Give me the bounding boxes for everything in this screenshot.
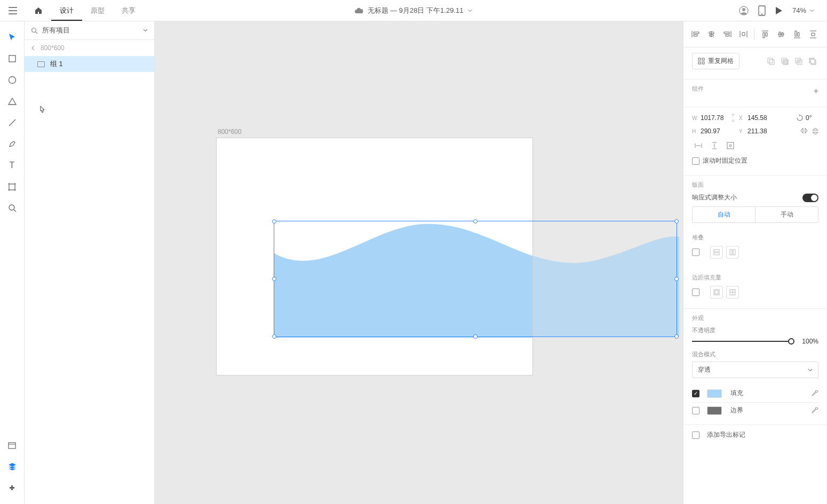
profile-icon[interactable] xyxy=(739,6,749,15)
svg-point-5 xyxy=(9,77,15,84)
opacity-slider[interactable] xyxy=(692,341,791,342)
rotation-value: 0° xyxy=(806,114,818,122)
layers-panel-icon[interactable] xyxy=(0,456,25,477)
padding-separate-icon[interactable] xyxy=(726,286,739,299)
svg-point-9 xyxy=(32,28,36,32)
svg-rect-26 xyxy=(714,250,719,252)
layer-item-group1[interactable]: 组 1 xyxy=(25,56,154,72)
opacity-value[interactable]: 100% xyxy=(802,338,818,345)
menu-icon[interactable] xyxy=(0,0,26,21)
device-icon[interactable] xyxy=(758,5,766,16)
fill-checkbox[interactable]: ✓ xyxy=(692,390,699,397)
assets-panel-icon[interactable] xyxy=(0,435,25,456)
export-checkbox[interactable] xyxy=(692,431,699,439)
eyedropper-icon[interactable] xyxy=(811,407,818,414)
appearance-label: 外观 xyxy=(692,314,818,322)
constraint-height-icon[interactable] xyxy=(708,139,721,152)
toolbar-bottom xyxy=(0,435,25,499)
fill-swatch[interactable] xyxy=(707,389,722,398)
text-tool[interactable]: T xyxy=(0,155,25,176)
align-vcenter-icon[interactable] xyxy=(774,27,789,42)
blend-mode-select[interactable]: 穿透 xyxy=(692,362,818,378)
fix-scroll-checkbox[interactable] xyxy=(692,157,699,165)
constraint-width-icon[interactable] xyxy=(692,139,705,152)
link-wh-icon[interactable] xyxy=(730,113,736,123)
eyedropper-icon[interactable] xyxy=(811,390,818,397)
tab-share[interactable]: 共享 xyxy=(113,0,144,21)
layout-label: 版面 xyxy=(692,181,818,189)
select-tool[interactable] xyxy=(0,27,25,48)
flip-v-icon[interactable] xyxy=(812,127,818,135)
align-hgap-icon[interactable] xyxy=(736,27,751,42)
boolean-exclude-icon[interactable] xyxy=(807,55,818,67)
tab-design[interactable]: 设计 xyxy=(51,0,82,21)
wave-shape[interactable] xyxy=(274,221,533,338)
chevron-down-icon xyxy=(143,29,148,32)
document-title[interactable]: 无标题 — 9月28日 下午1.29.11 xyxy=(355,6,473,15)
canvas[interactable]: 800*600 xyxy=(155,21,683,504)
tab-prototype[interactable]: 原型 xyxy=(82,0,113,21)
x-input[interactable]: 145.58 xyxy=(748,114,774,122)
polygon-tool[interactable] xyxy=(0,91,25,112)
zoom-tool[interactable] xyxy=(0,197,25,219)
artboard-tool[interactable] xyxy=(0,176,25,197)
boolean-subtract-icon[interactable] xyxy=(779,55,791,67)
svg-rect-23 xyxy=(811,60,814,63)
search-icon xyxy=(31,27,38,34)
pen-tool[interactable] xyxy=(0,133,25,155)
rotate-icon xyxy=(796,114,804,122)
align-hcenter-icon[interactable] xyxy=(704,27,719,42)
artboard-label[interactable]: 800*600 xyxy=(218,128,242,135)
svg-rect-29 xyxy=(733,250,735,255)
ellipse-tool[interactable] xyxy=(0,69,25,91)
align-right-icon[interactable] xyxy=(720,27,735,42)
svg-rect-24 xyxy=(727,142,734,149)
border-swatch[interactable] xyxy=(707,406,722,415)
resize-manual-button[interactable]: 手动 xyxy=(755,207,818,222)
folder-icon xyxy=(37,61,45,67)
plugins-panel-icon[interactable] xyxy=(0,477,25,499)
svg-rect-13 xyxy=(702,62,704,64)
constraint-both-icon[interactable] xyxy=(724,139,737,152)
width-input[interactable]: 1017.78 xyxy=(701,114,727,122)
repeat-grid-label: 重复网格 xyxy=(708,57,734,66)
repeat-grid-button[interactable]: 重复网格 xyxy=(692,53,739,69)
align-bottom-icon[interactable] xyxy=(790,27,805,42)
chevron-down-icon xyxy=(808,369,813,372)
line-tool[interactable] xyxy=(0,112,25,133)
align-left-icon[interactable] xyxy=(688,27,703,42)
svg-rect-11 xyxy=(702,58,704,60)
y-input[interactable]: 211.38 xyxy=(748,127,774,135)
artboard[interactable] xyxy=(216,138,533,375)
topbar-right: 74% xyxy=(739,5,827,16)
height-input[interactable]: 290.97 xyxy=(701,127,727,135)
rotation-input[interactable]: 0° xyxy=(796,114,818,122)
rectangle-tool[interactable] xyxy=(0,48,25,69)
svg-rect-20 xyxy=(797,60,800,63)
boolean-intersect-icon[interactable] xyxy=(793,55,805,67)
home-icon[interactable] xyxy=(26,0,51,21)
play-icon[interactable] xyxy=(775,6,783,15)
align-vgap-icon[interactable] xyxy=(806,27,821,42)
zoom-value: 74% xyxy=(792,6,806,14)
resize-auto-button[interactable]: 自动 xyxy=(693,207,755,222)
responsive-toggle[interactable] xyxy=(802,194,818,202)
resize-mode-segment[interactable]: 自动 手动 xyxy=(692,206,818,223)
stack-h-icon[interactable] xyxy=(726,246,739,259)
stack-v-icon[interactable] xyxy=(710,246,723,259)
add-component-button[interactable]: + xyxy=(814,86,818,96)
padding-checkbox[interactable] xyxy=(692,289,699,296)
layer-breadcrumb[interactable]: 800*600 xyxy=(25,40,154,56)
align-top-icon[interactable] xyxy=(758,27,773,42)
border-checkbox[interactable] xyxy=(692,407,699,414)
zoom-control[interactable]: 74% xyxy=(792,6,814,14)
padding-same-icon[interactable] xyxy=(710,286,723,299)
topbar-left: 设计 原型 共享 xyxy=(0,0,144,21)
stack-checkbox[interactable] xyxy=(692,249,699,256)
svg-rect-27 xyxy=(714,253,719,255)
panel-filter[interactable]: 所有项目 xyxy=(25,21,154,40)
svg-rect-28 xyxy=(730,250,732,255)
boolean-add-icon[interactable] xyxy=(765,55,777,67)
flip-h-icon[interactable] xyxy=(800,127,808,134)
svg-rect-17 xyxy=(783,60,788,65)
